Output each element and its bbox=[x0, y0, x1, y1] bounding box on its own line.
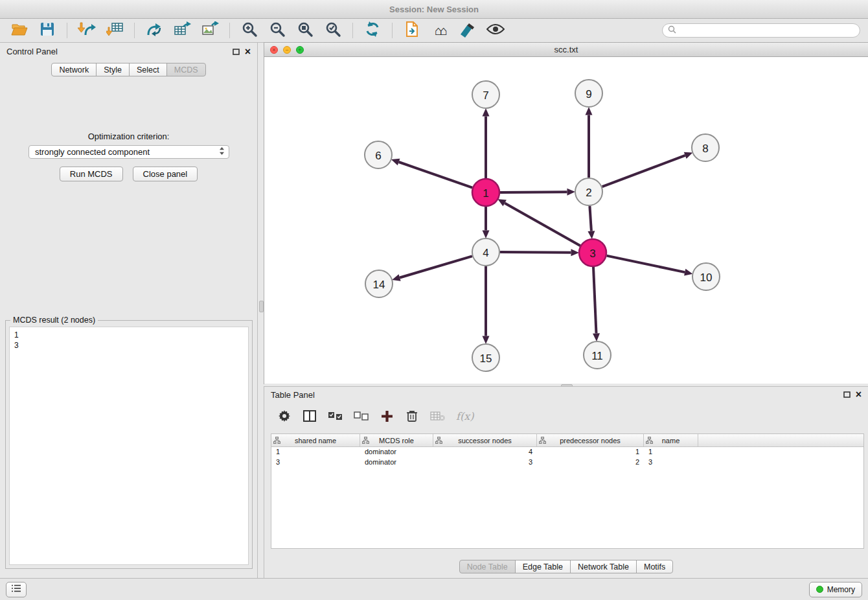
graph-node-14[interactable]: 14 bbox=[365, 270, 393, 297]
cell-predecessor_nodes: 1 bbox=[537, 447, 644, 457]
graph-edge-2-3[interactable] bbox=[589, 206, 591, 231]
column-header-shared_name[interactable]: shared name bbox=[271, 434, 360, 446]
column-label: predecessor nodes bbox=[560, 437, 621, 444]
node-table: shared nameMCDS rolesuccessor nodesprede… bbox=[271, 433, 864, 549]
memory-button[interactable]: Memory bbox=[809, 582, 862, 597]
export-image-icon bbox=[201, 21, 219, 40]
select-all-icon[interactable] bbox=[328, 408, 343, 424]
column-header-predecessor_nodes[interactable]: predecessor nodes bbox=[537, 434, 644, 446]
graph-node-9[interactable]: 9 bbox=[575, 80, 602, 107]
open-session-icon bbox=[11, 22, 28, 39]
mcds-result-box[interactable]: 13 bbox=[9, 327, 249, 565]
control-panel-tab-style[interactable]: Style bbox=[96, 63, 130, 76]
gear-icon[interactable] bbox=[277, 408, 291, 424]
float-table-panel-icon[interactable] bbox=[843, 390, 852, 399]
save-session-button[interactable] bbox=[36, 21, 59, 40]
graph-node-7[interactable]: 7 bbox=[472, 81, 499, 108]
cell-shared_name: 1 bbox=[271, 447, 360, 457]
sort-icon bbox=[273, 437, 280, 445]
search-input[interactable] bbox=[680, 25, 854, 36]
graph-edge-4-3[interactable] bbox=[500, 252, 571, 253]
home-icon: ⌂⌂ bbox=[435, 23, 445, 38]
table-row[interactable]: 3dominator323 bbox=[271, 457, 863, 468]
float-panel-icon[interactable] bbox=[232, 47, 241, 56]
window-titlebar: Session: New Session bbox=[0, 0, 868, 19]
graph-edge-3-10[interactable] bbox=[607, 256, 685, 273]
column-header-name[interactable]: name bbox=[644, 434, 698, 446]
function-builder-icon[interactable]: f(x) bbox=[456, 408, 474, 424]
export-table-button[interactable] bbox=[170, 21, 194, 40]
import-table-button[interactable] bbox=[103, 21, 126, 40]
sort-icon bbox=[646, 437, 653, 445]
status-bar: Memory bbox=[0, 578, 868, 600]
graph-node-10[interactable]: 10 bbox=[692, 263, 720, 290]
close-window-icon[interactable]: × bbox=[270, 46, 278, 54]
table-tab-node-table[interactable]: Node Table bbox=[459, 560, 516, 573]
export-image-button[interactable] bbox=[198, 21, 222, 40]
graph-node-label: 3 bbox=[589, 248, 595, 260]
zoom-fit-button[interactable] bbox=[293, 21, 317, 40]
window-title: Session: New Session bbox=[389, 5, 479, 14]
memory-status-icon bbox=[816, 586, 823, 593]
graph-edge-2-8[interactable] bbox=[602, 156, 685, 187]
graph-node-15[interactable]: 15 bbox=[472, 344, 499, 371]
graph-node-label: 11 bbox=[591, 350, 603, 362]
optimization-dropdown[interactable]: strongly connected component bbox=[29, 145, 229, 159]
graph-edge-4-14[interactable] bbox=[400, 256, 472, 277]
maximize-window-icon[interactable]: + bbox=[296, 46, 304, 54]
graph-node-8[interactable]: 8 bbox=[692, 134, 719, 161]
close-table-panel-icon[interactable]: × bbox=[856, 390, 862, 399]
delete-row-icon[interactable] bbox=[405, 408, 419, 424]
column-header-mcds_role[interactable]: MCDS role bbox=[360, 434, 433, 446]
import-network-button[interactable] bbox=[75, 21, 98, 40]
delete-table-icon[interactable] bbox=[430, 408, 445, 424]
deselect-all-icon[interactable] bbox=[354, 408, 369, 424]
zoom-out-button[interactable] bbox=[266, 21, 289, 40]
share-network-button[interactable] bbox=[143, 21, 166, 40]
table-tab-edge-table[interactable]: Edge Table bbox=[515, 560, 571, 573]
open-session-button[interactable] bbox=[8, 21, 31, 40]
graph-node-6[interactable]: 6 bbox=[365, 141, 392, 168]
search-box[interactable] bbox=[662, 23, 860, 38]
add-row-icon[interactable] bbox=[380, 408, 394, 424]
control-panel-tabs: NetworkStyleSelectMCDS bbox=[0, 63, 257, 76]
refresh-layout-button[interactable] bbox=[361, 21, 384, 40]
graph-node-1[interactable]: 1 bbox=[472, 179, 499, 206]
console-button[interactable] bbox=[6, 582, 27, 597]
column-header-successor_nodes[interactable]: successor nodes bbox=[433, 434, 537, 446]
graph-edge-1-2[interactable] bbox=[500, 192, 567, 192]
columns-icon[interactable] bbox=[303, 408, 317, 424]
minimize-window-icon[interactable]: − bbox=[283, 46, 291, 54]
style-brush-button[interactable] bbox=[456, 21, 479, 40]
document-share-button[interactable] bbox=[400, 21, 424, 40]
graph-node-11[interactable]: 11 bbox=[584, 341, 611, 369]
control-panel-tab-select[interactable]: Select bbox=[129, 63, 167, 76]
network-canvas[interactable]: 7968124310141511 bbox=[264, 57, 868, 383]
control-panel-tab-network[interactable]: Network bbox=[51, 63, 97, 76]
graph-node-3[interactable]: 3 bbox=[579, 239, 606, 266]
toolbar-separator bbox=[392, 23, 393, 38]
zoom-in-button[interactable] bbox=[238, 21, 261, 40]
control-panel-tab-mcds[interactable]: MCDS bbox=[166, 63, 206, 76]
zoom-selected-button[interactable] bbox=[321, 21, 345, 40]
window-controls: × − + bbox=[270, 46, 304, 54]
close-panel-button[interactable]: Close panel bbox=[133, 167, 198, 181]
graph-node-4[interactable]: 4 bbox=[472, 238, 499, 266]
cell-name: 3 bbox=[644, 457, 698, 468]
vertical-splitter-handle[interactable] bbox=[259, 301, 264, 312]
sort-icon bbox=[362, 437, 369, 445]
table-tab-motifs[interactable]: Motifs bbox=[636, 560, 673, 573]
eye-button[interactable] bbox=[484, 21, 507, 40]
graph-edge-3-11[interactable] bbox=[593, 267, 597, 334]
import-table-icon bbox=[106, 21, 124, 40]
home-button[interactable]: ⌂⌂ bbox=[428, 21, 451, 40]
dropdown-stepper-icon bbox=[219, 146, 225, 157]
close-panel-icon[interactable]: × bbox=[245, 47, 251, 56]
table-row[interactable]: 1dominator411 bbox=[271, 447, 863, 457]
run-mcds-button[interactable]: Run MCDS bbox=[60, 167, 123, 181]
table-tab-network-table[interactable]: Network Table bbox=[570, 560, 637, 573]
graph-edge-1-6[interactable] bbox=[399, 162, 473, 188]
vertical-splitter[interactable] bbox=[258, 43, 264, 578]
graph-node-2[interactable]: 2 bbox=[575, 178, 602, 205]
graph-edge-3-1[interactable] bbox=[505, 203, 580, 246]
